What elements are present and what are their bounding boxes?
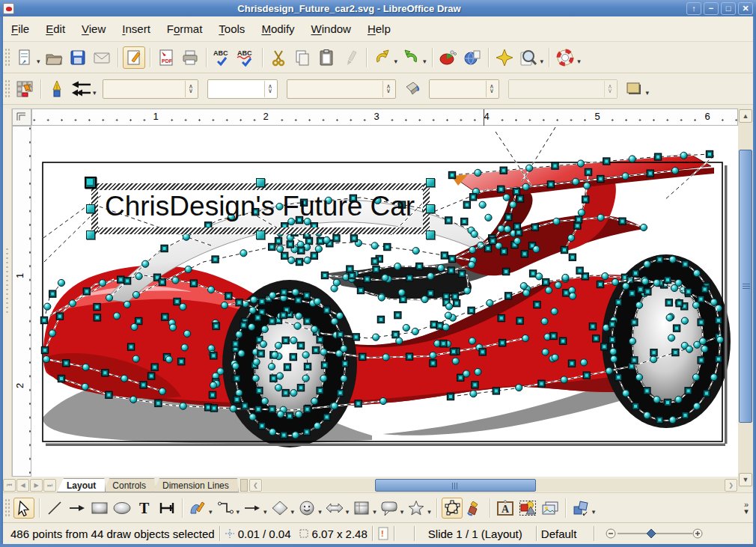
minimize-button[interactable]: − (704, 2, 719, 15)
new-dropdown-arrow[interactable]: ▾ (37, 58, 40, 65)
scroll-up-button[interactable]: ▲ (739, 109, 752, 123)
selection-handle[interactable] (85, 177, 97, 189)
area-dialog-button[interactable] (401, 78, 424, 100)
document-modified-icon[interactable]: ! (377, 527, 389, 540)
shade-button[interactable]: ↑ (686, 2, 701, 15)
email-button[interactable] (91, 46, 113, 69)
callouts-dropdown-arrow[interactable]: ▾ (400, 508, 404, 516)
vertical-scrollbar-thumb[interactable] (739, 150, 752, 423)
last-page-button[interactable]: ⏭ (43, 479, 56, 492)
title-text[interactable]: ChrisDesign's Future Car (105, 191, 415, 222)
symbol-shapes-dropdown-arrow[interactable]: ▾ (318, 508, 322, 516)
edit-points-button[interactable] (442, 498, 463, 519)
next-page-button[interactable]: ▶ (30, 479, 43, 492)
prev-page-button[interactable]: ◀ (16, 479, 29, 492)
line-style-combobox[interactable]: ∧∨ (103, 79, 198, 99)
area-style-combobox[interactable]: ∧∨ (429, 79, 499, 99)
navigator-button[interactable] (493, 46, 516, 69)
menu-file[interactable]: File (3, 19, 37, 39)
undo-dropdown-arrow[interactable]: ▾ (394, 58, 398, 65)
print-button[interactable] (179, 46, 201, 69)
car-drawing[interactable] (31, 126, 738, 477)
menu-window[interactable]: Window (303, 19, 359, 39)
spellcheck-button[interactable]: ABC (211, 46, 234, 69)
zoom-slider[interactable] (605, 527, 704, 540)
splitter-handle[interactable] (240, 479, 248, 492)
vertical-text-button[interactable] (156, 498, 177, 519)
selection-handle[interactable] (426, 230, 435, 239)
paste-button[interactable] (315, 46, 338, 69)
menu-insert[interactable]: Insert (114, 19, 159, 39)
redo-button[interactable] (400, 46, 422, 69)
connector-dropdown-arrow[interactable]: ▾ (237, 508, 240, 516)
glue-points-button[interactable] (464, 498, 485, 519)
from-file-button[interactable] (517, 498, 538, 519)
arrow-style-dropdown-arrow[interactable]: ▾ (93, 89, 97, 97)
stars-button[interactable] (406, 498, 427, 519)
undo-button[interactable] (371, 46, 394, 69)
horizontal-scrollbar[interactable] (263, 479, 725, 492)
page-style[interactable]: Default (541, 528, 589, 540)
scroll-right-button[interactable]: ❯ (725, 479, 737, 492)
line-dialog-button[interactable] (46, 78, 68, 100)
new-document-button[interactable] (13, 46, 36, 69)
maximize-button[interactable]: □ (721, 2, 736, 15)
chart-button[interactable] (437, 46, 460, 69)
tab-controls[interactable]: Controls (103, 478, 156, 492)
menu-help[interactable]: Help (359, 19, 399, 39)
redo-dropdown-arrow[interactable]: ▾ (423, 58, 427, 65)
close-button[interactable]: ✕ (738, 2, 753, 15)
curve-dropdown-arrow[interactable]: ▾ (209, 508, 213, 516)
selection-handle[interactable] (426, 178, 435, 187)
vertical-scrollbar[interactable]: ▲ ▼ (738, 109, 753, 487)
rotate-button[interactable] (570, 498, 591, 519)
menu-view[interactable]: View (73, 19, 114, 39)
selection-handle[interactable] (86, 204, 95, 213)
open-button[interactable] (43, 46, 65, 69)
tab-dimension-lines[interactable]: Dimension Lines (153, 478, 239, 492)
selection-handle[interactable] (256, 230, 265, 239)
toolbar-overflow[interactable]: »▾ (744, 501, 749, 515)
spinner-icon[interactable]: ∧∨ (264, 81, 276, 97)
selection-handle[interactable] (86, 230, 95, 239)
save-button[interactable] (67, 46, 89, 69)
zoom-button[interactable] (517, 46, 540, 69)
block-arrows-button[interactable] (324, 498, 345, 519)
select-button[interactable] (13, 498, 34, 519)
area-fill-combobox[interactable]: ∧∨ (508, 79, 618, 99)
zoom-dropdown-arrow[interactable]: ▾ (540, 58, 544, 65)
line-button[interactable] (44, 498, 65, 519)
menu-modify[interactable]: Modify (253, 19, 302, 39)
horizontal-ruler[interactable]: 1 2 3 4 5 6 (31, 109, 738, 126)
shadow-toggle-button[interactable] (623, 78, 645, 100)
help-button[interactable] (554, 46, 576, 69)
flowchart-button[interactable] (351, 498, 372, 519)
lines-arrows-dropdown-arrow[interactable]: ▾ (263, 508, 267, 516)
menu-format[interactable]: Format (159, 19, 211, 39)
arrow-button[interactable] (67, 498, 88, 519)
drawing-canvas[interactable]: ChrisDesign's Future Car (31, 126, 738, 477)
menu-edit[interactable]: Edit (37, 19, 73, 39)
selection-handle[interactable] (256, 178, 265, 187)
ruler-corner[interactable] (12, 109, 31, 126)
text-button[interactable]: T (134, 498, 155, 519)
spinner-icon[interactable]: ∧∨ (382, 81, 394, 97)
cut-button[interactable] (267, 46, 290, 69)
spinner-icon[interactable]: ∧∨ (185, 81, 197, 97)
edit-file-button[interactable] (123, 46, 145, 69)
copy-button[interactable] (291, 46, 314, 69)
menu-tools[interactable]: Tools (210, 19, 253, 39)
basic-shapes-button[interactable] (269, 498, 290, 519)
toolbar-grip[interactable] (4, 48, 10, 67)
line-color-combobox[interactable]: ∧∨ (287, 79, 396, 99)
basic-shapes-dropdown-arrow[interactable]: ▾ (291, 508, 295, 516)
block-arrows-dropdown-arrow[interactable]: ▾ (346, 508, 350, 516)
spinner-icon[interactable]: ∧∨ (486, 81, 498, 97)
auto-spellcheck-button[interactable]: ABC (235, 46, 257, 69)
vertical-ruler[interactable]: 1 2 (12, 126, 31, 477)
edit-points-mode-button[interactable] (13, 78, 36, 100)
first-page-button[interactable]: ⏮ (3, 479, 16, 492)
curve-button[interactable] (187, 498, 208, 519)
hyperlink-button[interactable] (461, 46, 484, 69)
toolbar-overflow-arrow[interactable]: ▾ (577, 58, 581, 65)
